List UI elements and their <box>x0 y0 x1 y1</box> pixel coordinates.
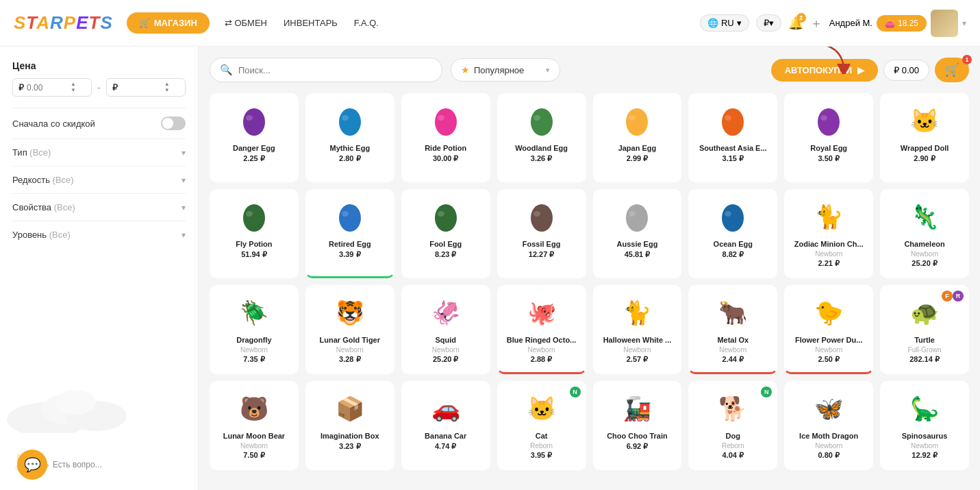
autopurchase-label: АВТОПОКУПКИ <box>785 65 852 75</box>
item-card[interactable]: Fool Egg 8.23 ₽ <box>401 189 490 278</box>
svg-point-15 <box>725 115 731 121</box>
item-image <box>336 101 364 139</box>
rarity-chevron-icon: ▾ <box>181 175 186 185</box>
item-card[interactable]: 🐤 Flower Power Du... Newborn 2.50 ₽ <box>784 285 873 374</box>
item-price: 8.82 ₽ <box>723 250 744 259</box>
search-input[interactable] <box>238 65 432 75</box>
badge-n: N <box>761 387 772 397</box>
item-card[interactable]: 🐯 Lunar Gold Tiger Newborn 3.28 ₽ <box>305 285 394 374</box>
item-card[interactable]: Fossil Egg 12.27 ₽ <box>497 189 586 278</box>
item-card[interactable]: Fly Potion 51.94 ₽ <box>210 189 299 278</box>
user-area[interactable]: Андрей М. 👛 18.25 ▾ <box>829 10 966 37</box>
svg-point-19 <box>246 211 253 217</box>
item-image <box>623 101 651 139</box>
item-name: Lunar Moon Bear <box>223 431 285 441</box>
item-card[interactable]: Retired Egg 3.39 ₽ <box>305 189 394 278</box>
svg-point-3 <box>55 390 96 415</box>
header: STARPETS 🛒 МАГАЗИН ⇄ ОБМЕН ИНВЕНТАРЬ F.A… <box>0 0 980 47</box>
item-name: Squid <box>435 335 456 345</box>
item-sublabel: Newborn <box>240 442 268 450</box>
item-card[interactable]: 🪲 Dragonfly Newborn 7.35 ₽ <box>210 285 299 374</box>
add-button[interactable]: ＋ <box>810 15 822 32</box>
spin-up-icon[interactable]: ▲ <box>71 82 76 87</box>
item-card[interactable]: 🚗 Banana Car 4.74 ₽ <box>401 381 490 470</box>
language-selector[interactable]: 🌐 RU ▾ <box>700 14 749 32</box>
item-card[interactable]: Danger Egg 2.25 ₽ <box>210 93 299 182</box>
inventory-link[interactable]: ИНВЕНТАРЬ <box>284 18 338 28</box>
item-price: 3.15 ₽ <box>723 154 744 163</box>
item-card[interactable]: 🦎 Chameleon Newborn 25.20 ₽ <box>880 189 969 278</box>
props-filter-row[interactable]: Свойства (Все) ▾ <box>12 193 186 221</box>
item-price: 4.04 ₽ <box>723 451 744 460</box>
cart-total-value: ₽ 0.00 <box>894 65 919 75</box>
notifications-button[interactable]: 🔔 2 <box>788 16 803 31</box>
item-card[interactable]: Woodland Egg 3.26 ₽ <box>497 93 586 182</box>
item-card[interactable]: 📦 Imagination Box 3.23 ₽ <box>305 381 394 470</box>
logo[interactable]: STARPETS <box>14 12 113 34</box>
item-image <box>719 101 746 139</box>
item-price: 2.88 ₽ <box>531 355 552 364</box>
price-max-spinners[interactable]: ▲ ▼ <box>164 82 170 93</box>
item-card[interactable]: 🦕 Spinosaurus Newborn 12.92 ₽ <box>880 381 969 470</box>
item-card[interactable]: Royal Egg 3.50 ₽ <box>784 93 873 182</box>
spin-down-icon[interactable]: ▼ <box>164 88 170 93</box>
price-max-input-wrap[interactable]: ₽ ▲ ▼ <box>106 78 186 97</box>
type-filter-row[interactable]: Тип (Все) ▾ <box>12 138 186 166</box>
item-card[interactable]: 🦑 Squid Newborn 25.20 ₽ <box>401 285 490 374</box>
item-card[interactable]: 🐈 Zodiac Minion Ch... Newborn 2.21 ₽ <box>784 189 873 278</box>
price-max-input[interactable] <box>121 83 162 93</box>
item-name: Ride Potion <box>425 143 466 153</box>
type-chevron-icon: ▾ <box>181 148 186 158</box>
item-card[interactable]: 🐂 Metal Ox Newborn 2.44 ₽ <box>688 285 777 374</box>
toggle-knob <box>162 118 173 129</box>
exchange-link[interactable]: ⇄ ОБМЕН <box>225 18 267 28</box>
autopurchase-button[interactable]: АВТОПОКУПКИ ▶ <box>771 59 878 82</box>
search-box[interactable]: 🔍 <box>210 58 442 82</box>
item-sublabel: Newborn <box>240 346 268 354</box>
balance-button[interactable]: 👛 18.25 <box>877 15 927 32</box>
price-min-input-wrap[interactable]: ₽ ▲ ▼ <box>12 78 92 97</box>
item-card[interactable]: 🐈 Halloween White ... Newborn 2.57 ₽ <box>593 285 682 374</box>
item-card[interactable]: 🐱 Wrapped Doll 2.90 ₽ <box>880 93 969 182</box>
item-image: 🐈 <box>814 197 843 235</box>
item-name: Cat <box>536 431 548 441</box>
item-card[interactable]: Japan Egg 2.99 ₽ <box>593 93 682 182</box>
item-name: Southeast Asia E... <box>699 143 767 153</box>
shop-button[interactable]: 🛒 МАГАЗИН <box>127 12 210 34</box>
faq-link[interactable]: F.A.Q. <box>354 18 379 28</box>
svg-point-25 <box>533 211 540 217</box>
svg-point-9 <box>438 115 444 121</box>
item-card[interactable]: Mythic Egg 2.80 ₽ <box>305 93 394 182</box>
item-card[interactable]: N 🐱 Cat Reborn 3.95 ₽ <box>497 381 586 470</box>
item-card[interactable]: 🐙 Blue Ringed Octo... Newborn 2.88 ₽ <box>497 285 586 374</box>
discount-toggle[interactable] <box>161 117 186 130</box>
items-grid: Danger Egg 2.25 ₽ Mythic Egg 2.80 ₽ Ride… <box>210 93 969 470</box>
item-card[interactable]: Southeast Asia E... 3.15 ₽ <box>688 93 777 182</box>
item-image <box>528 101 555 139</box>
item-image <box>240 101 268 139</box>
chat-button[interactable]: 💬 <box>17 450 47 480</box>
item-card[interactable]: N 🐕 Dog Reborn 4.04 ₽ <box>688 381 777 470</box>
item-card[interactable]: 🚂 Choo Choo Train 6.92 ₽ <box>593 381 682 470</box>
item-name: Choo Choo Train <box>607 431 668 441</box>
item-price: 51.94 ₽ <box>241 250 267 259</box>
item-name: Ocean Egg <box>714 239 753 249</box>
price-min-input[interactable] <box>27 83 68 93</box>
item-image: 🐙 <box>527 293 556 331</box>
price-min-spinners[interactable]: ▲ ▼ <box>71 82 76 93</box>
level-filter-row[interactable]: Уровень (Все) ▾ <box>12 221 186 248</box>
item-card[interactable]: 🐻 Lunar Moon Bear Newborn 7.50 ₽ <box>210 381 299 470</box>
item-card[interactable]: Ride Potion 30.00 ₽ <box>401 93 490 182</box>
item-card[interactable]: Ocean Egg 8.82 ₽ <box>688 189 777 278</box>
badge-n: N <box>570 387 581 397</box>
item-card[interactable]: 🦋 Ice Moth Dragon Newborn 0.80 ₽ <box>784 381 873 470</box>
sort-selector[interactable]: ★ Популярное ▾ <box>451 58 560 82</box>
item-card[interactable]: F R 🐢 Turtle Full-Grown 282.14 ₽ <box>880 285 969 374</box>
price-range-filter: ₽ ▲ ▼ - ₽ ▲ ▼ <box>12 78 186 97</box>
currency-selector[interactable]: ₽ ▾ <box>756 14 781 32</box>
spin-up-icon[interactable]: ▲ <box>164 82 170 87</box>
spin-down-icon[interactable]: ▼ <box>71 88 76 93</box>
rarity-filter-row[interactable]: Редкость (Все) ▾ <box>12 166 186 193</box>
item-card[interactable]: Aussie Egg 45.81 ₽ <box>593 189 682 278</box>
item-price: 2.99 ₽ <box>627 154 648 163</box>
